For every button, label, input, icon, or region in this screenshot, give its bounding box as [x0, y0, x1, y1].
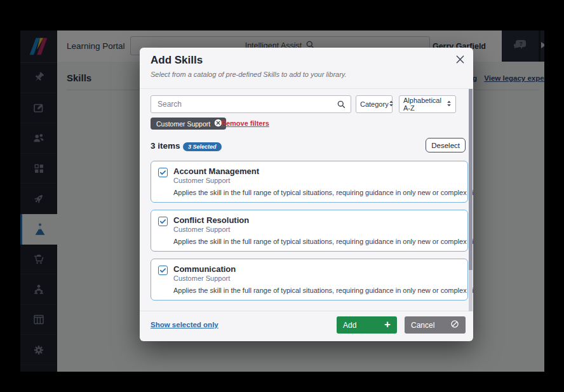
modal-subtitle: Select from a catalog of pre-defined Ski… — [151, 71, 347, 78]
modal-scrollbar-thumb[interactable] — [469, 89, 473, 270]
deselect-button[interactable]: Deselect — [426, 138, 466, 152]
app-window: Learning Portal Intelligent Assist Gerry… — [20, 30, 544, 372]
cancel-label: Cancel — [411, 321, 434, 330]
modal-title: Add Skills — [151, 54, 203, 67]
category-label: Category — [360, 100, 389, 108]
skill-card[interactable]: Communication Customer Support Applies t… — [151, 259, 468, 301]
skill-card[interactable]: Account Management Customer Support Appl… — [151, 161, 468, 203]
search-input[interactable] — [151, 96, 351, 112]
skill-category: Customer Support — [173, 226, 230, 233]
filter-chip-customer-support[interactable]: Customer Support — [151, 118, 226, 130]
skill-title: Conflict Resolution — [173, 215, 249, 225]
skill-category: Customer Support — [173, 177, 230, 184]
sort-label: Alphabetical A-Z — [403, 97, 446, 112]
skill-search-field[interactable] — [151, 95, 351, 113]
checkbox-checked[interactable] — [158, 266, 168, 275]
skill-description: Applies the skill in the full range of t… — [173, 189, 473, 196]
cancel-slash-icon — [450, 320, 459, 330]
checkbox-checked[interactable] — [158, 168, 168, 177]
skill-description: Applies the skill in the full range of t… — [173, 238, 473, 245]
add-skills-modal: Add Skills Select from a catalog of pre-… — [140, 48, 473, 341]
skill-description: Applies the skill in the full range of t… — [173, 287, 473, 294]
footer-divider — [140, 311, 473, 311]
skill-card[interactable]: Conflict Resolution Customer Support App… — [151, 210, 468, 252]
skill-category: Customer Support — [173, 274, 230, 282]
close-button[interactable] — [453, 54, 466, 67]
sort-arrows-icon — [446, 100, 452, 109]
search-icon — [337, 100, 346, 112]
items-count: 3 items — [151, 141, 180, 151]
add-button[interactable]: Add + — [337, 316, 397, 334]
show-selected-link[interactable]: Show selected only — [151, 321, 218, 328]
sort-dropdown[interactable]: Alphabetical A-Z — [399, 95, 456, 113]
plus-icon: + — [384, 319, 391, 330]
sort-arrows-icon — [389, 100, 394, 109]
category-dropdown[interactable]: Category — [356, 95, 393, 113]
remove-filters-link[interactable]: Remove filters — [221, 119, 269, 127]
skill-title: Account Management — [173, 166, 259, 176]
selected-badge: 3 Selected — [183, 142, 222, 151]
modal-header-divider — [140, 88, 473, 89]
screenshot-stage: Learning Portal Intelligent Assist Gerry… — [0, 0, 564, 392]
close-icon — [455, 55, 465, 67]
skill-title: Communication — [173, 264, 236, 274]
checkbox-checked[interactable] — [158, 217, 168, 226]
add-label: Add — [343, 321, 356, 330]
cancel-button[interactable]: Cancel — [405, 316, 466, 334]
chip-label: Customer Support — [156, 120, 210, 128]
